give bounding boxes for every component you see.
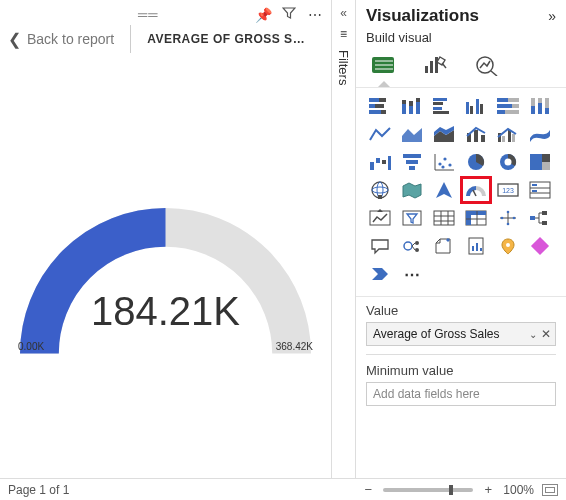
chevron-down-icon[interactable]: ⌄ <box>529 329 537 340</box>
svg-rect-80 <box>370 211 390 225</box>
viz-stacked-bar[interactable] <box>366 94 394 118</box>
back-icon[interactable]: ❮ <box>8 30 21 49</box>
viz-map[interactable] <box>366 178 394 202</box>
viz-clustered-column[interactable] <box>462 94 490 118</box>
svg-point-59 <box>443 157 446 160</box>
more-icon[interactable]: ⋯ <box>307 7 323 23</box>
field-well-min[interactable]: Add data fields here <box>366 382 556 406</box>
svg-rect-4 <box>425 66 428 73</box>
viz-line-stacked-column[interactable] <box>462 122 490 146</box>
viz-more[interactable]: ⋯ <box>398 262 426 286</box>
visualizations-pane: Visualizations » Build visual <box>356 0 566 478</box>
svg-rect-79 <box>532 190 537 192</box>
svg-rect-25 <box>433 111 449 114</box>
viz-area[interactable] <box>398 122 426 146</box>
svg-line-72 <box>473 190 476 196</box>
viz-qa[interactable] <box>366 234 394 258</box>
viz-r-visual[interactable] <box>494 206 522 230</box>
divider <box>366 354 556 355</box>
gauge-arc <box>20 208 311 358</box>
viz-stacked-column[interactable] <box>398 94 426 118</box>
viz-line-clustered-column[interactable] <box>494 122 522 146</box>
viz-card[interactable]: 123 <box>494 178 522 202</box>
viz-treemap[interactable] <box>526 150 554 174</box>
svg-rect-71 <box>378 195 382 199</box>
svg-rect-16 <box>402 104 406 114</box>
filters-icon: ≡ <box>340 28 347 40</box>
svg-rect-37 <box>531 106 535 114</box>
svg-rect-13 <box>375 104 384 108</box>
svg-rect-39 <box>538 103 542 114</box>
zoom-thumb[interactable] <box>449 485 453 495</box>
svg-rect-49 <box>370 162 374 170</box>
pin-icon[interactable]: 📌 <box>255 7 271 23</box>
svg-point-95 <box>513 217 516 220</box>
viz-paginated[interactable] <box>462 234 490 258</box>
mode-build[interactable] <box>366 51 400 79</box>
svg-rect-24 <box>433 107 442 110</box>
svg-rect-48 <box>512 134 515 142</box>
viz-kpi[interactable] <box>366 206 394 230</box>
viz-power-apps[interactable] <box>526 234 554 258</box>
mode-format[interactable] <box>418 51 452 79</box>
viz-waterfall[interactable] <box>366 150 394 174</box>
visual-type-gallery: 123 ⋯ <box>356 87 566 297</box>
mode-analytics[interactable] <box>470 51 504 79</box>
viz-power-automate[interactable] <box>366 262 394 286</box>
viz-scatter[interactable] <box>430 150 458 174</box>
svg-rect-47 <box>508 130 511 142</box>
pane-title: Visualizations <box>366 6 548 26</box>
status-bar: Page 1 of 1 − + 100% <box>0 478 566 500</box>
svg-rect-100 <box>542 221 547 225</box>
viz-clustered-bar[interactable] <box>430 94 458 118</box>
pane-subtitle: Build visual <box>356 28 566 51</box>
viz-line[interactable] <box>366 122 394 146</box>
filters-pane-collapsed[interactable]: « ≡ Filters <box>332 0 356 478</box>
report-canvas: ══ 📌 ⋯ ❮ Back to report AVERAGE OF GROSS… <box>0 0 332 478</box>
zoom-slider[interactable] <box>383 488 473 492</box>
filter-icon[interactable] <box>281 6 297 23</box>
fit-to-page-button[interactable] <box>542 484 558 496</box>
drag-handle-icon[interactable]: ══ <box>138 7 158 22</box>
report-nav: ❮ Back to report AVERAGE OF GROSS SAL... <box>0 25 331 61</box>
viz-gauge[interactable] <box>462 178 490 202</box>
chevron-left-icon[interactable]: « <box>340 6 347 20</box>
viz-matrix[interactable] <box>462 206 490 230</box>
field-well-value-label: Value <box>356 297 566 320</box>
svg-rect-78 <box>532 184 537 186</box>
viz-100-stacked-bar[interactable] <box>494 94 522 118</box>
viz-smart-narrative[interactable] <box>430 234 458 258</box>
zoom-percent: 100% <box>503 483 534 497</box>
svg-rect-17 <box>402 100 406 104</box>
viz-donut[interactable] <box>494 150 522 174</box>
remove-field-icon[interactable]: ✕ <box>541 327 551 341</box>
svg-rect-46 <box>502 136 505 142</box>
svg-rect-51 <box>382 160 386 164</box>
viz-filled-map[interactable] <box>398 178 426 202</box>
zoom-in-button[interactable]: + <box>481 482 495 497</box>
viz-stacked-area[interactable] <box>430 122 458 146</box>
viz-slicer[interactable] <box>398 206 426 230</box>
svg-point-69 <box>372 187 388 193</box>
viz-funnel[interactable] <box>398 150 426 174</box>
svg-rect-108 <box>476 243 478 251</box>
viz-100-stacked-column[interactable] <box>526 94 554 118</box>
viz-arcgis[interactable] <box>494 234 522 258</box>
svg-rect-50 <box>376 158 380 163</box>
viz-table[interactable] <box>430 206 458 230</box>
viz-pie[interactable] <box>462 150 490 174</box>
svg-rect-20 <box>416 102 420 114</box>
viz-azure-map[interactable] <box>430 178 458 202</box>
viz-key-influencers[interactable] <box>398 234 426 258</box>
expand-icon[interactable]: » <box>548 8 556 24</box>
divider <box>130 25 131 53</box>
viz-ribbon[interactable] <box>526 122 554 146</box>
back-to-report-link[interactable]: Back to report <box>27 31 114 47</box>
viz-decomposition-tree[interactable] <box>526 206 554 230</box>
gauge-visual[interactable]: 184.21K 0.00K 368.42K <box>0 61 331 478</box>
viz-multi-row-card[interactable] <box>526 178 554 202</box>
zoom-out-button[interactable]: − <box>361 482 375 497</box>
svg-point-94 <box>501 217 504 220</box>
field-well-value[interactable]: Average of Gross Sales ⌄ ✕ <box>366 322 556 346</box>
visual-header: ══ 📌 ⋯ <box>0 0 331 25</box>
